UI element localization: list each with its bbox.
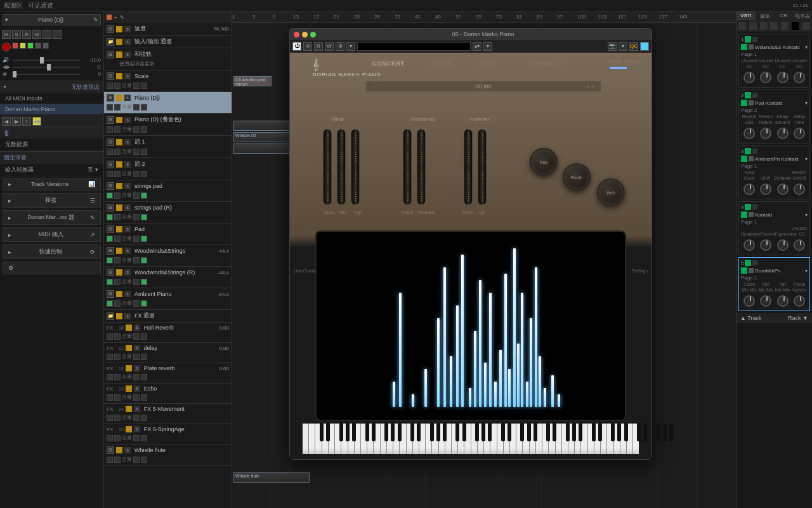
solo-btn[interactable]: s (124, 269, 131, 276)
edit-icon[interactable]: ✎ (120, 15, 124, 20)
preset-next[interactable]: < > (586, 83, 594, 90)
qc-knob[interactable] (743, 128, 755, 139)
solo-btn[interactable]: s (134, 365, 140, 371)
record-btn[interactable] (2, 43, 11, 51)
power-icon[interactable] (745, 92, 751, 98)
solo-btn[interactable]: s (124, 139, 131, 145)
preset-display[interactable]: 00 Init (366, 81, 601, 91)
read-btn[interactable]: R (22, 30, 31, 39)
solo-btn[interactable]: s (124, 313, 131, 319)
solo-btn[interactable]: s (124, 183, 131, 189)
black-key[interactable] (339, 424, 343, 441)
mute-btn[interactable]: m (126, 426, 132, 432)
solo-btn[interactable]: s (134, 406, 140, 412)
mute-btn[interactable]: m (116, 39, 122, 45)
track-row[interactable]: FX10msHall Reverb0.00音量 (104, 323, 232, 343)
solo-btn[interactable]: s (124, 117, 131, 123)
mute-btn[interactable]: m (116, 161, 122, 168)
qc-knob[interactable] (743, 239, 755, 251)
rec-enable[interactable] (107, 149, 113, 155)
black-key[interactable] (546, 424, 550, 441)
black-key[interactable] (398, 424, 402, 441)
black-key[interactable] (488, 424, 492, 441)
mute-btn[interactable]: m (116, 291, 122, 297)
track-row[interactable]: ⊞msWoodwinds&Strings (R)-44.4音量 (104, 267, 232, 288)
track-row[interactable]: FX12msPlate reverb0.00音量 (104, 363, 232, 384)
black-key[interactable] (657, 424, 660, 441)
track-row[interactable]: ⊞msstrings pad音量 (104, 180, 232, 202)
solo-btn[interactable]: s (124, 161, 131, 168)
black-key[interactable] (617, 424, 621, 441)
track-row[interactable]: ⊞msWhistle flute音量 (104, 444, 232, 466)
fader-up[interactable] (478, 129, 487, 205)
track-row[interactable]: FX15msFX 6-SpringAge音量 (104, 424, 232, 444)
track-row[interactable]: ⊞msAmbient Piano-64.0音量 (104, 288, 232, 310)
black-key[interactable] (534, 424, 537, 441)
track-row[interactable]: ⊞msPiano (Dj)音量 (104, 92, 232, 114)
track-row[interactable]: 📁msFX 通道 (104, 310, 232, 323)
black-key[interactable] (436, 424, 440, 441)
solo-btn[interactable]: s (124, 447, 131, 453)
tab-vsti[interactable]: VSTi (737, 11, 756, 20)
add-icon[interactable]: + (114, 15, 117, 20)
solo-btn[interactable]: s (124, 291, 131, 297)
input-item-selected[interactable]: Dorian Marko Piano (0, 104, 103, 115)
black-key[interactable] (637, 424, 641, 441)
mute-btn[interactable]: m (116, 183, 122, 189)
black-key[interactable] (572, 424, 576, 441)
track-row[interactable]: ⊞msWoodwinds&Strings-44.4音量 (104, 245, 232, 267)
solo-btn[interactable]: s (124, 248, 131, 254)
black-key[interactable] (481, 424, 485, 441)
black-key[interactable] (643, 424, 647, 441)
black-key[interactable] (326, 424, 330, 441)
track-row[interactable]: ⊞ms和弦轨使用监听器监听 (104, 48, 232, 70)
rec-enable[interactable] (107, 192, 113, 199)
mute-btn[interactable]: m (126, 385, 132, 392)
knob-res[interactable]: Res (530, 148, 558, 176)
tab-meter[interactable]: 电平表 (793, 11, 812, 20)
mute-btn[interactable]: m (116, 26, 122, 32)
vst-slot[interactable]: 5DornMrkPn▾Page 1CloseMidFarPedalMic Mix… (738, 257, 810, 311)
rec-enable[interactable] (107, 333, 113, 340)
solo-btn[interactable]: s (124, 226, 131, 232)
btn-settings[interactable]: ⚙ (3, 262, 101, 274)
mute-btn[interactable]: m (116, 73, 122, 79)
fader-release[interactable] (417, 129, 426, 205)
tab-stardust[interactable]: + STARDUST (523, 60, 565, 67)
track-toggle[interactable]: ▲ Track (740, 315, 761, 321)
qc-knob[interactable] (743, 184, 755, 195)
track-row[interactable]: ⊞msPiano (D) (叠音色)音量 (104, 114, 232, 136)
clip[interactable]: Whistle flute (233, 472, 310, 483)
track-row[interactable]: FX14msFX 5-Movement音量 (104, 404, 232, 424)
solo-btn[interactable]: s (124, 73, 131, 79)
track-row[interactable]: ⊞msScale音量 (104, 70, 232, 92)
rec-enable[interactable] (107, 279, 113, 285)
black-key[interactable] (417, 424, 421, 441)
black-key[interactable] (508, 424, 511, 441)
vst-slot[interactable]: 4Kontakt▾Page 1UnusedDynamicsReverbExpre… (738, 201, 810, 255)
rec-enable[interactable] (107, 300, 113, 307)
btn-quick-ctrl[interactable]: ▸快速控制⟳ (3, 244, 101, 259)
solo-btn[interactable]: s (124, 204, 131, 211)
black-key[interactable] (352, 424, 356, 441)
edit-icon[interactable]: ✎ (93, 17, 98, 23)
rec-enable[interactable] (107, 354, 113, 360)
vst-slot[interactable]: 1Wdwnds&S Kontakt▾Page 1UnusedUnusedUnus… (738, 34, 810, 88)
tab-media[interactable]: 媒体 (756, 11, 775, 20)
btn-midi-inserts[interactable]: ▸MIDI 插入↗ (3, 227, 101, 242)
preset-field[interactable] (357, 42, 471, 51)
maximize-icon[interactable] (310, 32, 316, 37)
solo-btn[interactable]: s (124, 51, 131, 58)
timeline-ruler[interactable]: 1591317212529334149576573818997105113121… (232, 11, 736, 23)
black-key[interactable] (520, 424, 524, 441)
camera-icon[interactable]: 📷 (608, 42, 617, 51)
close-icon[interactable] (294, 32, 299, 37)
black-key[interactable] (527, 424, 531, 441)
fader-close[interactable] (323, 129, 332, 205)
rec-enable[interactable] (107, 394, 113, 401)
track-row[interactable]: FX11msdelay0.00音量 (104, 343, 232, 363)
power-icon[interactable] (745, 204, 751, 210)
black-key[interactable] (501, 424, 505, 441)
fader-mid[interactable] (337, 129, 346, 205)
fader-down[interactable] (464, 129, 473, 205)
